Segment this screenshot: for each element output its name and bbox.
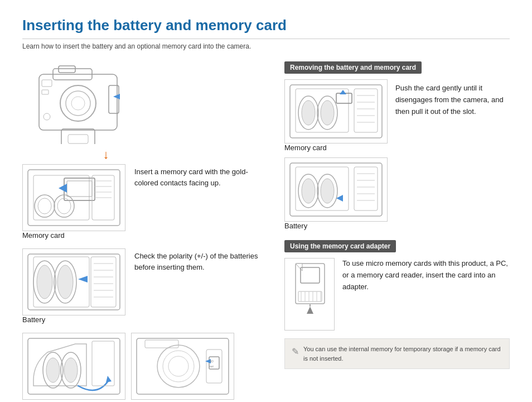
svg-point-19 — [38, 198, 51, 214]
svg-rect-52 — [206, 350, 222, 383]
left-column: ↓ — [22, 61, 268, 400]
svg-point-50 — [163, 351, 194, 382]
adapter-diagram — [284, 258, 335, 331]
svg-point-51 — [168, 356, 188, 376]
battery-remove-label: Battery — [284, 222, 388, 230]
battery-remove-svg — [287, 160, 385, 219]
battery-label-left: Battery — [22, 315, 125, 324]
bottom-diagram-2: SD BAT — [131, 333, 234, 400]
svg-marker-33 — [78, 276, 88, 283]
bottom-svg-2: SD BAT — [134, 336, 231, 397]
adapter-text: To use micro memory cards with this prod… — [342, 258, 510, 293]
battery-row: Battery Check the polarity (+/-) of the … — [22, 248, 268, 324]
memory-card-box — [22, 164, 125, 231]
svg-marker-17 — [59, 184, 67, 193]
memory-card-instruction: Insert a memory card with the gold-color… — [134, 164, 268, 188]
battery-instruction: Check the polarity (+/-) of the batterie… — [134, 248, 268, 272]
main-content: ↓ — [22, 61, 510, 400]
battery-insert-svg — [25, 251, 123, 313]
svg-point-5 — [71, 97, 85, 110]
svg-point-45 — [64, 358, 78, 382]
svg-point-49 — [157, 345, 200, 387]
svg-rect-2 — [59, 66, 75, 73]
svg-rect-16 — [67, 181, 92, 197]
memory-card-row: Memory card Insert a memory card with th… — [22, 164, 268, 240]
svg-point-75 — [302, 179, 315, 203]
bottom-diagram-1 — [22, 333, 125, 400]
svg-text:BAT: BAT — [210, 365, 214, 368]
svg-point-4 — [66, 91, 90, 116]
svg-rect-15 — [64, 178, 95, 200]
bottom-svg-1 — [25, 336, 123, 397]
note-text: You can use the internal memory for temp… — [303, 344, 502, 363]
page-title: Inserting the battery and memory card — [22, 17, 510, 39]
removing-header: Removing the battery and memory card — [284, 61, 422, 74]
memory-card-remove-box — [284, 79, 388, 143]
memory-card-label-left: Memory card — [22, 231, 125, 240]
svg-rect-94 — [301, 267, 320, 283]
right-column: Removing the battery and memory card — [284, 61, 510, 400]
svg-marker-95 — [307, 307, 313, 314]
svg-marker-7 — [113, 94, 120, 99]
svg-point-10 — [43, 113, 50, 120]
battery-remove-box — [284, 157, 388, 222]
svg-rect-47 — [92, 341, 114, 386]
bottom-diagrams-row: SD BAT — [22, 333, 268, 400]
svg-rect-9 — [42, 90, 49, 94]
top-camera-diagram — [22, 61, 123, 145]
removing-diagrams: Memory card — [284, 79, 388, 230]
adapter-content: To use micro memory cards with this prod… — [284, 258, 510, 331]
svg-rect-57 — [145, 340, 178, 348]
svg-point-61 — [302, 100, 315, 125]
battery-diagram-left: Battery — [22, 248, 125, 324]
memory-card-remove-label: Memory card — [284, 143, 388, 152]
svg-point-32 — [57, 265, 73, 299]
memory-card-insert-svg — [25, 167, 123, 228]
page-subtitle: Learn how to insert the battery and an o… — [22, 42, 510, 50]
svg-rect-87 — [298, 291, 322, 302]
svg-rect-8 — [42, 80, 52, 87]
removing-section: Removing the battery and memory card — [284, 61, 510, 230]
svg-point-21 — [57, 198, 71, 214]
adapter-header: Using the memory card adapter — [284, 240, 396, 252]
adapter-svg — [287, 261, 332, 328]
svg-rect-85 — [296, 264, 325, 304]
battery-remove-diagram: Battery — [284, 157, 388, 230]
svg-rect-48 — [137, 338, 229, 394]
svg-marker-46 — [106, 376, 112, 382]
svg-rect-12 — [68, 135, 88, 143]
svg-marker-65 — [340, 90, 346, 94]
removing-content: Memory card — [284, 79, 510, 230]
battery-box — [22, 248, 125, 315]
svg-point-77 — [321, 179, 334, 203]
svg-rect-64 — [336, 93, 352, 103]
svg-point-63 — [321, 100, 334, 125]
memory-card-remove-diagram: Memory card — [284, 79, 388, 152]
svg-point-43 — [46, 358, 60, 382]
svg-rect-11 — [61, 129, 95, 144]
arrow-down: ↓ — [56, 147, 156, 162]
svg-text:SD: SD — [210, 360, 214, 363]
svg-point-30 — [37, 265, 52, 299]
removing-text: Push the card gently until it disengages… — [395, 79, 510, 117]
adapter-section: Using the memory card adapter — [284, 240, 510, 369]
memory-card-remove-svg — [287, 82, 385, 141]
camera-top-svg — [22, 63, 123, 144]
svg-rect-34 — [91, 257, 116, 307]
note-box: ✎ You can use the internal memory for te… — [284, 338, 510, 369]
note-icon: ✎ — [292, 345, 299, 358]
memory-card-diagram-left: Memory card — [22, 164, 125, 240]
